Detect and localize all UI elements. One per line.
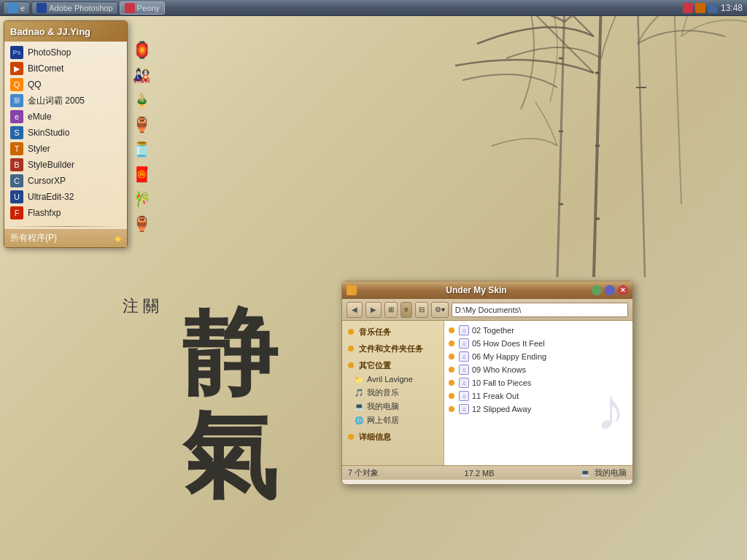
panel-footer[interactable]: 所有程序(P) ◆ [4, 229, 127, 247]
computer-status-icon: 💻 [580, 468, 590, 478]
file-dot-7 [449, 406, 454, 412]
view-tiles-btn[interactable]: ⊞ [384, 302, 398, 318]
tools-btn[interactable]: ⚙▾ [431, 302, 449, 318]
dot-details [348, 434, 354, 440]
cursorxp-icon: C [10, 174, 23, 187]
app-item-bitcomet[interactable]: ▶ BitComet [4, 61, 127, 77]
taskbar-btn-photoshop[interactable]: Adobe Photoshop [31, 1, 117, 15]
dict-label: 金山词霸 2005 [28, 95, 85, 107]
dot-file [348, 346, 354, 351]
minimize-button[interactable] [592, 285, 602, 295]
window-titlebar: Under My Skin ✕ [342, 281, 632, 299]
file-09-who-knows[interactable]: ♫ 09 Who Knows [444, 363, 632, 376]
tray-icon-3 [708, 3, 718, 13]
side-icon-7[interactable]: 🎋 [131, 189, 152, 209]
panel-header: Badnao & JJ.Ying [4, 21, 127, 42]
app-item-flashfxp[interactable]: F Flashfxp [4, 205, 127, 221]
status-right: 💻 我的电脑 [580, 467, 627, 478]
side-icon-6[interactable]: 🧧 [131, 164, 152, 184]
maximize-button[interactable] [605, 285, 615, 295]
side-icon-8[interactable]: 🏺 [131, 214, 152, 234]
chinese-calligraphy: 静 氣 [182, 306, 277, 503]
annotation-zhu: 注 [123, 295, 139, 317]
app-item-dict[interactable]: 辞 金山词霸 2005 [4, 93, 127, 109]
file-dot-2 [449, 341, 454, 346]
app-item-cursorxp[interactable]: C CursorXP [4, 173, 127, 189]
app-item-ultraedit[interactable]: U UltraEdit-32 [4, 189, 127, 205]
file-dot-5 [449, 380, 454, 386]
file-11-freak[interactable]: ♫ 11 Freak Out [444, 389, 632, 402]
emule-label: eMule [28, 112, 52, 122]
qq-label: QQ [28, 79, 42, 90]
svg-line-0 [557, 0, 565, 277]
status-location: 我的电脑 [595, 467, 627, 478]
status-size: 17.2 MB [465, 469, 495, 478]
file-06-my-happy[interactable]: ♫ 06 My Happy Ending [444, 350, 632, 363]
section-file-tasks[interactable]: 文件和文件夹任务 [342, 342, 444, 356]
skinstudio-label: SkinStudio [28, 128, 69, 138]
forward-button[interactable]: ▶ [365, 302, 382, 318]
cursorxp-label: CursorXP [28, 176, 66, 186]
file-10-fall[interactable]: ♫ 10 Fall to Pieces [444, 376, 632, 389]
skinstudio-icon: S [10, 126, 23, 139]
all-programs-label: 所有程序(P) [10, 232, 57, 244]
place-my-music[interactable]: 🎵 我的音乐 [342, 386, 444, 400]
file-12-slipped[interactable]: ♫ 12 Slipped Away [444, 402, 632, 416]
file-02-together[interactable]: ♫ 02 Together [444, 324, 632, 337]
tray-icon-2 [695, 3, 705, 13]
taskbar: e Adobe Photoshop Peony 13:48 [0, 0, 747, 16]
close-button[interactable]: ✕ [618, 285, 628, 295]
photoshop-icon [36, 3, 47, 13]
section-other-places[interactable]: 其它位置 [342, 359, 444, 373]
footer-arrow: ◆ [115, 233, 121, 244]
file-explorer-window: Under My Skin ✕ ◀ ▶ ⊞ ≡ ⊟ ⚙▾ D:\My Docum… [341, 281, 633, 485]
bamboo-decoration [419, 0, 747, 277]
peony-icon [125, 3, 135, 13]
all-programs-btn[interactable]: 所有程序(P) [10, 232, 57, 244]
window-title-icon [347, 285, 357, 295]
window-content: 音乐任务 文件和文件夹任务 其它位置 📁 Avril Lavigne 🎵 我的音… [342, 321, 632, 465]
view-list-btn[interactable]: ≡ [400, 302, 412, 318]
place-my-computer[interactable]: 💻 我的电脑 [342, 400, 444, 413]
taskbar-btn-ie[interactable]: e [3, 1, 30, 15]
app-item-qq[interactable]: Q QQ [4, 77, 127, 93]
dot-music [348, 329, 354, 335]
folder-icon-music: 🎵 [354, 388, 364, 398]
place-avril[interactable]: 📁 Avril Lavigne [342, 373, 444, 386]
tray-icon-1 [683, 3, 693, 13]
panel-divider [4, 226, 127, 227]
music-file-icon-3: ♫ [459, 351, 469, 362]
place-network[interactable]: 🌐 网上邻居 [342, 413, 444, 427]
app-item-stylebuilder[interactable]: B StyleBuilder [4, 157, 127, 173]
section-music-tasks[interactable]: 音乐任务 [342, 325, 444, 339]
side-icons: 🏮 🎎 🎍 🏺 🫙 🧧 🎋 🏺 [131, 40, 152, 234]
computer-icon: 💻 [354, 402, 364, 412]
side-icon-1[interactable]: 🏮 [131, 40, 152, 61]
view-detail-btn[interactable]: ⊟ [415, 302, 428, 318]
ie-label: e [20, 4, 25, 12]
right-panel: ♪ ♫ 02 Together ♫ 05 How Does It Feel ♫ … [444, 321, 632, 465]
side-icon-2[interactable]: 🎎 [131, 65, 152, 85]
ultraedit-label: UltraEdit-32 [28, 192, 74, 202]
network-icon: 🌐 [354, 416, 364, 426]
panel-title: Badnao & JJ.Ying [10, 26, 90, 37]
file-05-how[interactable]: ♫ 05 How Does It Feel [444, 337, 632, 350]
app-list: Ps PhotoShop ▶ BitComet Q QQ 辞 金山词霸 2005… [4, 42, 127, 224]
flashfxp-label: Flashfxp [28, 208, 61, 218]
file-dot-1 [449, 327, 454, 333]
photoshop-label: Adobe Photoshop [49, 4, 112, 12]
file-dot-6 [449, 393, 454, 399]
app-item-photoshop[interactable]: Ps PhotoShop [4, 44, 127, 61]
back-button[interactable]: ◀ [347, 302, 363, 318]
styler-label: Styler [28, 144, 50, 154]
app-item-skinstudio[interactable]: S SkinStudio [4, 125, 127, 141]
app-item-styler[interactable]: T Styler [4, 141, 127, 157]
side-icon-5[interactable]: 🫙 [131, 139, 152, 160]
section-details[interactable]: 详细信息 [342, 430, 444, 444]
app-item-emule[interactable]: e eMule [4, 109, 127, 125]
side-icon-4[interactable]: 🏺 [131, 114, 152, 135]
taskbar-btn-peony[interactable]: Peony [120, 1, 165, 15]
address-bar[interactable]: D:\My Documents\ [452, 303, 628, 317]
taskbar-left: e Adobe Photoshop Peony [0, 1, 683, 15]
side-icon-3[interactable]: 🎍 [131, 90, 152, 110]
